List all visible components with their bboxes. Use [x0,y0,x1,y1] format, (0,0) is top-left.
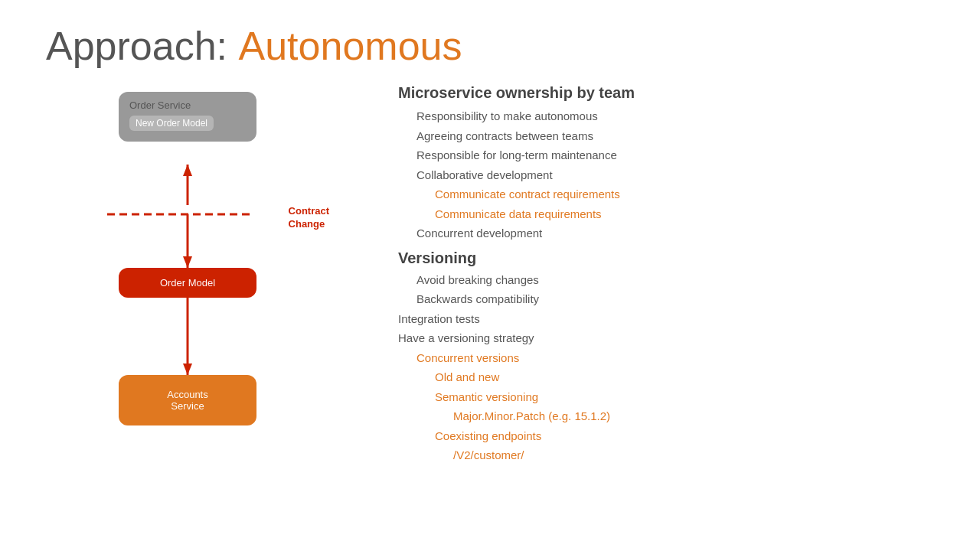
content-area: Order Service New Order Model Contract C… [46,84,934,467]
order-model-box: Order Model [119,268,256,298]
title-static: Approach: [46,24,239,68]
list-item: Concurrent versions [398,348,934,368]
list-item: /V2/customer/ [398,445,934,465]
list-item: Responsibility to make autonomous [398,106,934,126]
page: Approach: Autonomous Order Service New O… [0,0,980,551]
list-item: Responsible for long-term maintenance [398,145,934,165]
title-highlight: Autonomous [239,24,462,68]
microservice-list: Responsibility to make autonomousAgreein… [398,106,934,243]
list-item: Collaborative development [398,165,934,185]
right-content: Microservice ownership by team Responsib… [398,84,934,467]
list-item: Backwards compatibility [398,289,934,309]
list-item: Avoid breaking changes [398,270,934,290]
list-item: Communicate contract requirements [398,184,934,204]
list-item: Major.Minor.Patch (e.g. 15.1.2) [398,406,934,426]
diagram-area: Order Service New Order Model Contract C… [46,84,368,467]
new-order-model-label: New Order Model [129,116,214,131]
list-item: Concurrent development [398,223,934,243]
order-service-label: Order Service [129,99,246,111]
order-service-box: Order Service New Order Model [119,92,256,142]
svg-marker-1 [183,165,192,176]
microservice-title: Microservice ownership by team [398,84,934,102]
diagram-wrapper: Order Service New Order Model Contract C… [84,92,329,467]
list-item: Integration tests [398,309,934,329]
accounts-service-box: Accounts Service [119,375,256,425]
svg-marker-4 [183,256,192,268]
versioning-list: Avoid breaking changesBackwards compatib… [398,270,934,465]
svg-marker-6 [183,364,192,375]
list-item: Have a versioning strategy [398,328,934,348]
list-item: Coexisting endpoints [398,426,934,446]
versioning-title: Versioning [398,249,934,267]
list-item: Semantic versioning [398,387,934,407]
list-item: Communicate data requirements [398,204,934,224]
page-title: Approach: Autonomous [46,23,934,69]
list-item: Agreeing contracts between teams [398,126,934,146]
list-item: Old and new [398,367,934,387]
contract-change-label: Contract Change [289,205,329,231]
